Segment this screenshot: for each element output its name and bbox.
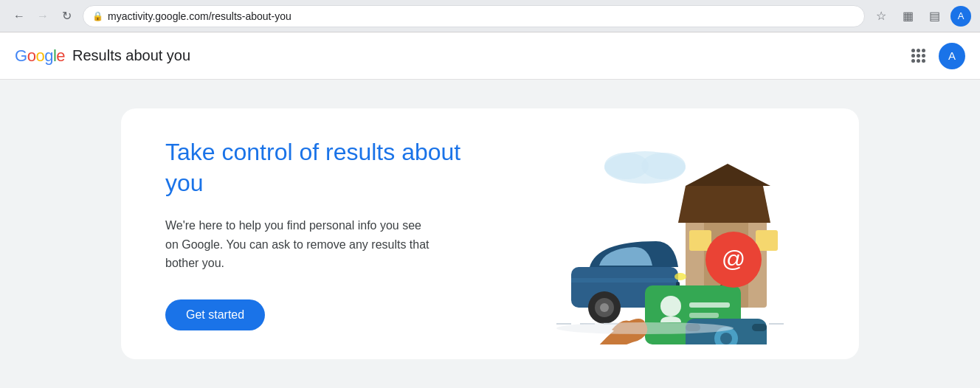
chrome-profile-avatar[interactable]: A [950, 6, 971, 27]
profile-avatar[interactable]: A [939, 43, 965, 69]
page-title: Results about you [72, 47, 190, 64]
svg-point-25 [660, 296, 681, 316]
url-text: myactivity.google.com/results-about-you [108, 10, 855, 22]
header-logo-area: Google Results about you [15, 46, 190, 66]
extensions-button[interactable]: ▦ [897, 6, 918, 27]
nav-buttons: ← → ↻ [9, 6, 77, 27]
svg-rect-12 [756, 230, 778, 251]
forward-button[interactable]: → [32, 6, 53, 27]
browser-chrome: ← → ↻ 🔒 myactivity.google.com/results-ab… [0, 0, 980, 32]
illustration-svg: @ [497, 123, 793, 344]
svg-point-36 [556, 322, 734, 334]
svg-point-33 [720, 333, 732, 344]
svg-rect-27 [689, 313, 719, 318]
cast-button[interactable]: ▤ [924, 6, 945, 27]
svg-marker-8 [678, 186, 770, 223]
feature-card: Take control of results about you We're … [121, 108, 859, 359]
bookmark-button[interactable]: ☆ [871, 6, 891, 27]
address-bar[interactable]: 🔒 myactivity.google.com/results-about-yo… [83, 5, 865, 27]
page-header: Google Results about you A [0, 32, 980, 80]
card-title: Take control of results about you [165, 137, 497, 198]
apps-icon [911, 49, 925, 63]
get-started-button[interactable]: Get started [165, 299, 265, 330]
reload-button[interactable]: ↻ [56, 6, 77, 27]
svg-marker-9 [686, 164, 770, 186]
card-description: We're here to help you find personal inf… [165, 216, 431, 273]
svg-rect-20 [571, 278, 678, 283]
google-logo: Google [15, 46, 65, 66]
apps-button[interactable] [903, 41, 933, 71]
svg-rect-26 [689, 302, 730, 308]
svg-point-16 [600, 303, 609, 312]
svg-text:@: @ [722, 246, 745, 272]
svg-point-2 [641, 153, 686, 179]
svg-rect-11 [689, 230, 711, 251]
hero-illustration: @ [497, 123, 793, 344]
header-actions: A [903, 41, 965, 71]
lock-icon: 🔒 [92, 11, 103, 21]
back-button[interactable]: ← [9, 6, 30, 27]
main-content: Take control of results about you We're … [0, 80, 980, 388]
svg-rect-35 [752, 324, 767, 331]
card-content: Take control of results about you We're … [165, 137, 497, 330]
svg-point-21 [674, 273, 686, 280]
